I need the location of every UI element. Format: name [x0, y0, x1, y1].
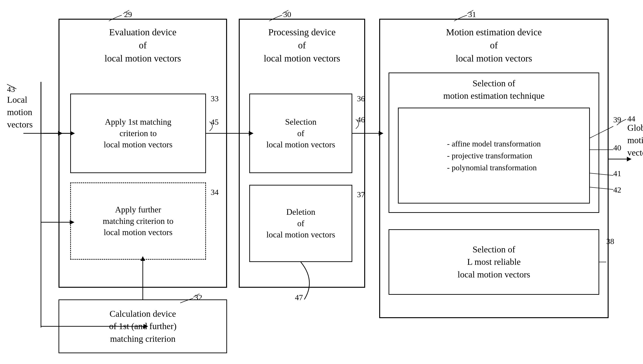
global-motion-label: Global motion vectors: [627, 122, 643, 159]
tech-list-label: - affine model transformation - projecti…: [447, 138, 541, 174]
selection-proc-box: Selection of local motion vectors: [249, 94, 352, 173]
num-34: 34: [211, 187, 219, 198]
num-45: 45: [211, 117, 219, 127]
proc-device-label: Processing device of local motion vector…: [241, 26, 363, 65]
num-36: 36: [357, 94, 365, 104]
tech-list-box: - affine model transformation - projecti…: [398, 108, 590, 204]
diagram: Motion estimation device of local motion…: [0, 0, 643, 364]
num-41: 41: [613, 168, 621, 179]
num-39: 39: [613, 115, 621, 125]
apply-1st-label: Apply 1st matching criterion to local mo…: [104, 116, 173, 150]
selection-tech-label: Selection ofmotion estimation technique: [393, 77, 594, 102]
num-47: 47: [295, 292, 303, 303]
selection-reliable-label: Selection of L most reliable local motio…: [458, 243, 530, 281]
apply-further-label: Apply further matching criterion to loca…: [103, 204, 174, 238]
num-40: 40: [613, 143, 621, 153]
selection-proc-label: Selection of local motion vectors: [266, 116, 335, 150]
num-37: 37: [357, 190, 365, 200]
num-46: 46: [357, 115, 365, 125]
num-38: 38: [606, 236, 614, 246]
num-42: 42: [613, 185, 621, 195]
calc-device-label: Calculation device of 1st (and further) …: [109, 308, 177, 345]
eval-device-label: Evaluation device of local motion vector…: [63, 26, 222, 65]
motion-est-label: Motion estimation device of local motion…: [384, 26, 604, 65]
num-33: 33: [211, 94, 219, 104]
num-44: 44: [627, 114, 635, 124]
deletion-proc-label: Deletion of local motion vectors: [266, 206, 335, 240]
local-motion-label: Local motion vectors: [7, 94, 33, 131]
calc-device-box: Calculation device of 1st (and further) …: [59, 300, 227, 353]
selection-reliable-box: Selection of L most reliable local motio…: [389, 229, 599, 295]
apply-further-box: Apply further matching criterion to loca…: [70, 182, 206, 260]
apply-1st-box: Apply 1st matching criterion to local mo…: [70, 94, 206, 173]
deletion-proc-box: Deletion of local motion vectors: [249, 185, 352, 262]
num-43: 43: [7, 84, 15, 94]
